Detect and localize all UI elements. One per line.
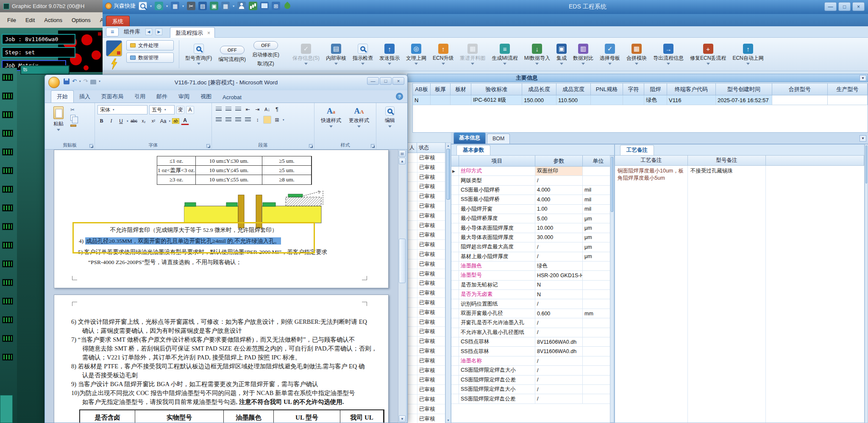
- menu-item[interactable]: Actions: [39, 15, 67, 25]
- document-page-2[interactable]: 6) 文件设计阻焊开窗上线，光标点等开窗露线，可修改：如为客户故意设计，则依 G…: [54, 295, 389, 423]
- layer-thumbnail-icon[interactable]: [2, 260, 13, 267]
- param-row[interactable]: 阻焊超出焊盘最大高度/μm: [451, 242, 614, 252]
- office-button[interactable]: [48, 77, 60, 88]
- send-instruction-button[interactable]: ↑ 发送指示: [378, 43, 401, 66]
- scissors-icon[interactable]: ✂: [187, 2, 195, 10]
- status-row[interactable]: 已审核: [408, 259, 445, 269]
- font-color-icon[interactable]: A: [181, 117, 189, 125]
- grid-header-cell[interactable]: 板材: [451, 83, 471, 95]
- line-spacing-icon[interactable]: ↕: [253, 116, 262, 124]
- doc-table-row[interactable]: ≤1 oz.10 um≤Y≤30 um.≥5 um.: [157, 156, 312, 166]
- grid-header-cell[interactable]: 成品长度: [522, 83, 556, 95]
- param-row[interactable]: 最小导体表面阻焊厚度10.000μm: [451, 223, 614, 233]
- main-info-bar[interactable]: 主要信息 ▼: [407, 74, 868, 82]
- param-row[interactable]: 最小阻焊桥厚度5.00μm: [451, 214, 614, 223]
- doc-upload-button[interactable]: ◎ 文理上网: [404, 43, 428, 66]
- param-row[interactable]: 最小阻焊开窗1.00mil: [451, 205, 614, 214]
- grid-cell[interactable]: 2025-07-16 16:52:57: [716, 95, 772, 105]
- status-row[interactable]: 已审核: [408, 385, 445, 395]
- status-row[interactable]: 已审核: [408, 201, 445, 211]
- cancel-button[interactable]: 取消(Z): [257, 60, 274, 67]
- globe-icon[interactable]: ◎: [155, 2, 163, 10]
- copy-icon[interactable]: [70, 115, 75, 121]
- bullets-icon[interactable]: [214, 105, 223, 113]
- data-compare-button[interactable]: ▥ 数据对比: [571, 43, 595, 66]
- monitor-icon[interactable]: [260, 2, 269, 10]
- align-left-icon[interactable]: [214, 116, 223, 124]
- ruler-toggle-icon[interactable]: ▤: [399, 150, 406, 157]
- status-row[interactable]: 已审核: [408, 308, 445, 317]
- tab-acrobat[interactable]: Acrobat: [217, 92, 247, 103]
- status-row[interactable]: 已审核: [408, 288, 445, 298]
- collapse-icon[interactable]: ▼: [860, 75, 866, 81]
- status-row[interactable]: 已审核: [408, 269, 445, 279]
- param-row[interactable]: CS面最小阻焊桥4.000mil: [451, 186, 614, 195]
- integrate-button[interactable]: ▣ 集成: [555, 43, 568, 66]
- save-info-button[interactable]: ✓ 保存信息(S): [291, 43, 321, 66]
- show-marks-icon[interactable]: ¶: [273, 105, 281, 113]
- job-field[interactable]: Job : 8v11606wa0: [2, 34, 75, 45]
- underline-icon[interactable]: U: [117, 117, 125, 125]
- text-highlight-icon[interactable]: ab: [172, 118, 179, 124]
- ecn-auto-upload-button[interactable]: ↑ ECN自动上网: [731, 43, 765, 66]
- grid-header-cell[interactable]: 字符: [623, 83, 644, 95]
- status-row[interactable]: 已审核: [408, 346, 445, 356]
- scroll-up-icon[interactable]: ▲: [399, 158, 406, 164]
- tab-bom[interactable]: BOM: [487, 134, 510, 144]
- ink-ul-table[interactable]: 是否含卤 实物型号 油墨颜色 UL 型号 我司 UL: [79, 409, 384, 423]
- tab-system[interactable]: 系统: [106, 16, 130, 27]
- grid-header-cell[interactable]: AB板: [413, 83, 431, 95]
- status-row[interactable]: 已审核: [408, 298, 445, 308]
- menu-item[interactable]: Options: [67, 15, 95, 25]
- param-row[interactable]: 是否加无铅标记N: [451, 281, 614, 290]
- param-row[interactable]: 最大导体表面阻焊厚度30.000μm: [451, 233, 614, 242]
- nav-right-icon[interactable]: ▶: [156, 28, 162, 35]
- start-modify-toggle[interactable]: OFF: [253, 41, 278, 50]
- grid-cell[interactable]: [828, 95, 868, 105]
- status-row[interactable]: 已审核: [408, 414, 445, 423]
- multilevel-list-icon[interactable]: [234, 105, 242, 113]
- maximize-button[interactable]: □: [380, 77, 392, 85]
- write-flow-button[interactable]: 编写流程(R): [218, 56, 246, 63]
- word-titlebar[interactable]: ↶ ▾ ↷ ▾ V116-71.doc [兼容模式] - Microsoft W…: [45, 75, 407, 90]
- note-scrollbar[interactable]: [865, 144, 868, 423]
- param-row[interactable]: ▶丝印方式双面丝印: [451, 167, 614, 176]
- grid-header-cell[interactable]: 型号创建时间: [716, 83, 772, 95]
- write-flow-toggle[interactable]: OFF: [220, 46, 245, 54]
- merge-module-button[interactable]: ▦ 合拼模块: [625, 43, 648, 66]
- font-size-combo[interactable]: 五号▾: [149, 105, 175, 114]
- param-row[interactable]: SS面阻焊限定焊盘公差/: [451, 394, 614, 404]
- generate-mi-button[interactable]: ≡ 生成MI流程: [490, 43, 519, 66]
- undo-icon[interactable]: ↶: [72, 78, 77, 84]
- status-row[interactable]: 已审核: [408, 230, 445, 240]
- tab-basic-info[interactable]: 基本信息: [453, 132, 486, 144]
- dropdown-arrow-icon[interactable]: ▾: [166, 4, 168, 8]
- grid-cell[interactable]: 150.000: [522, 95, 556, 105]
- status-row[interactable]: 已审核: [408, 211, 445, 221]
- grid-cell[interactable]: 绿色: [644, 95, 667, 105]
- status-scrollbar[interactable]: ▲ ▼: [445, 142, 451, 423]
- status-row[interactable]: 已审核: [408, 317, 445, 327]
- status-row[interactable]: 已审核: [408, 182, 445, 192]
- menu-item[interactable]: A: [95, 15, 103, 25]
- windows-icon[interactable]: ⊞: [272, 2, 280, 10]
- start-modify-button[interactable]: 启动修改(E): [252, 51, 279, 58]
- tab-process-note[interactable]: 工艺备注: [620, 145, 654, 155]
- param-row[interactable]: 开窗孔是否不允许油墨入孔/: [451, 318, 614, 328]
- change-case-icon[interactable]: Aa: [159, 117, 167, 125]
- layer-thumbnail-icon[interactable]: [2, 204, 13, 212]
- align-center-icon[interactable]: [224, 116, 232, 124]
- grid-cell[interactable]: V116: [667, 95, 716, 105]
- document-scrollbar[interactable]: ▤ ▲ ▼: [398, 150, 406, 423]
- status-row[interactable]: 已审核: [408, 278, 445, 288]
- tab-view[interactable]: 视图: [195, 91, 217, 103]
- component-library-label[interactable]: 组件库: [122, 28, 142, 36]
- decrease-indent-icon[interactable]: ⇤: [244, 105, 252, 113]
- collapse-icon[interactable]: ▼: [860, 135, 866, 142]
- param-header-value[interactable]: 参数: [535, 156, 583, 167]
- editing-button[interactable]: 编辑: [379, 105, 401, 128]
- minimize-button[interactable]: —: [824, 2, 837, 11]
- param-row[interactable]: SS面阻焊限定焊盘大小/: [451, 385, 614, 394]
- param-row[interactable]: 油墨型号HSR-200 GKD1S-H: [451, 271, 614, 280]
- grid-cell[interactable]: N: [413, 95, 431, 105]
